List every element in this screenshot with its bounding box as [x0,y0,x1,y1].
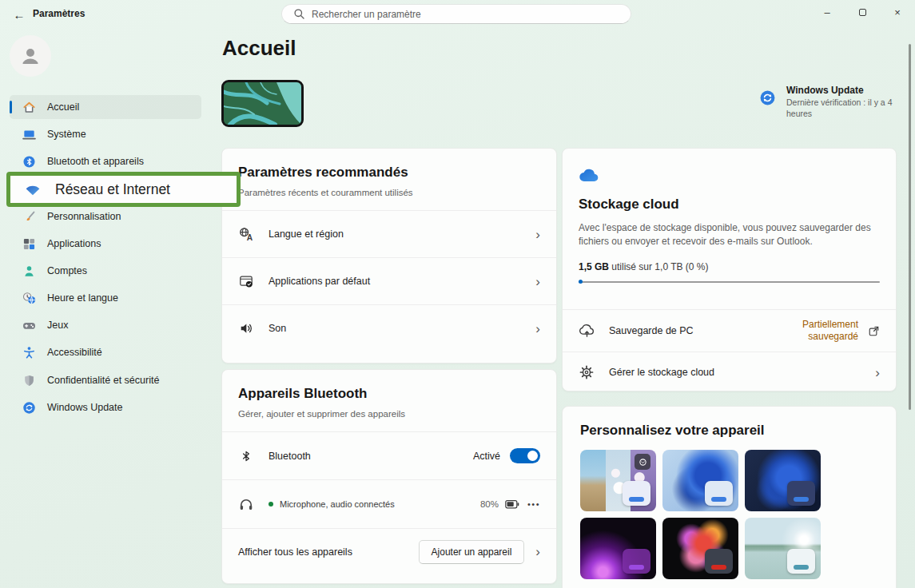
theme-thumbnail-6[interactable] [745,518,821,579]
bluetooth-state-text: Activé [473,451,500,462]
default-apps-icon [238,274,254,288]
home-icon [22,101,36,114]
theme3-preview-card [787,481,815,506]
personalize-card: Personnalisez votre appareil [562,406,897,588]
theme4-preview-card [623,549,650,574]
bluetooth-footer-row[interactable]: Afficher tous les appareils Ajouter un a… [222,528,556,574]
page-title: Accueil [222,36,296,61]
gear-icon [579,365,595,379]
recommended-settings-card: Paramètres recommandés Paramètres récent… [221,148,557,364]
sidebar-item-accueil[interactable]: Accueil [10,95,201,119]
theme2-preview-card [705,481,733,506]
apps-icon [22,237,36,251]
bluetooth-label: Bluetooth [269,451,311,462]
chevron-right-icon: › [535,545,540,558]
recommended-title: Paramètres recommandés [238,165,540,181]
network-wifi-icon [24,182,42,197]
maximize-button[interactable] [845,0,880,24]
battery-percent: 80% [480,499,499,509]
language-region-icon: A [238,227,254,242]
sidebar-item-heure-langue[interactable]: Heure et langue [10,286,201,310]
windows-update-status[interactable]: Windows Update Dernière vérification : i… [759,85,903,119]
theme-thumbnail-3[interactable] [745,450,821,511]
row-applications-par-defaut[interactable]: Applications par défaut › [222,257,556,304]
theme-thumbnail-1[interactable] [580,450,656,511]
manage-cloud-label: Gérer le stockage cloud [609,367,714,378]
personalize-title: Personnalisez votre appareil [563,407,896,439]
accessibility-icon [22,346,36,360]
view-all-devices-link[interactable]: Afficher tous les appareils [238,546,352,558]
avatar[interactable] [10,35,51,77]
maximize-icon [859,9,866,16]
spotlight-icon [635,454,650,470]
sidebar-item-accessibilite[interactable]: Accessibilité [10,340,201,364]
row-langue-et-region[interactable]: A Langue et région › [222,210,556,257]
connected-status-dot [269,502,273,507]
cloud-storage-card: Stockage cloud Avec l'espace de stockage… [562,148,897,391]
bluetooth-icon [22,155,36,169]
chevron-right-icon: › [875,366,880,379]
chevron-right-icon: › [535,322,540,336]
chevron-right-icon: › [535,228,540,241]
user-icon [18,44,42,68]
sidebar-item-reseau-label: Réseau et Internet [55,181,170,198]
theme6-preview-card [787,549,815,574]
add-device-button[interactable]: Ajouter un appareil [419,540,525,564]
device-preview-image [221,80,304,127]
search-icon [293,8,305,20]
theme-thumbnail-4[interactable] [580,518,656,579]
search-box[interactable] [281,4,631,24]
vertical-scrollbar[interactable] [909,44,911,410]
backup-status-text: Partiellement sauvegardé [785,319,858,343]
bluetooth-toggle[interactable] [510,448,540,463]
bluetooth-rune-icon [238,450,254,463]
sidebar-item-comptes[interactable]: Comptes [10,259,201,283]
privacy-shield-icon [22,374,36,387]
sidebar-item-systeme[interactable]: Système [10,122,201,146]
accounts-icon [22,264,36,278]
cloud-backup-icon [579,324,595,339]
manage-cloud-storage-row[interactable]: Gérer le stockage cloud › [563,352,896,391]
cloud-icon [579,166,600,182]
cloud-description: Avec l'espace de stockage disponible, vo… [579,221,882,249]
theme-thumbnail-5[interactable] [662,518,738,579]
storage-progress-fill [579,280,583,284]
sidebar-item-confidentialite[interactable]: Confidentialité et sécurité [10,368,201,392]
theme-thumbnail-2[interactable] [662,450,738,511]
close-button[interactable]: × [880,0,915,24]
sidebar-item-bluetooth[interactable]: Bluetooth et appareils [10,149,201,173]
sidebar-item-jeux[interactable]: Jeux [10,313,201,337]
sound-icon [238,321,254,336]
bluetooth-toggle-row: Bluetooth Activé [222,431,556,479]
storage-progress-bar [579,281,880,283]
sidebar-item-applications[interactable]: Applications [10,232,201,256]
windows-update-status-icon [759,89,776,106]
system-icon [22,128,36,141]
sidebar-item-personnalisation[interactable]: Personnalisation [10,205,201,228]
update-status-title: Windows Update [786,85,900,96]
pc-backup-row[interactable]: Sauvegarde de PC Partiellement sauvegard… [563,309,896,352]
more-options-button[interactable]: ••• [527,499,540,509]
search-input[interactable] [312,9,623,20]
external-link-icon [868,325,880,337]
svg-text:A: A [246,233,253,242]
theme-grid [580,450,878,579]
bluetooth-card-subtitle: Gérer, ajouter et supprimer des appareil… [238,409,540,419]
theme1-preview-card [623,481,650,506]
row-son[interactable]: Son › [222,304,556,352]
pc-backup-label: Sauvegarde de PC [609,325,694,336]
battery-icon [505,499,519,510]
minimize-button[interactable]: – [810,0,845,24]
device-status-text: Microphone, audio connectés [280,499,395,509]
annotation-box-reseau-et-internet[interactable]: Réseau et Internet [6,172,241,207]
headphones-icon [238,495,254,513]
back-button[interactable]: ← [10,6,29,22]
bluetooth-card-title: Appareils Bluetooth [238,386,540,402]
sidebar-item-windows-update[interactable]: Windows Update [10,395,201,419]
personalization-icon [22,210,36,224]
window-controls: – × [810,0,915,24]
recommended-subtitle: Paramètres récents et couramment utilisé… [238,188,540,197]
bluetooth-devices-card: Appareils Bluetooth Gérer, ajouter et su… [221,369,557,584]
theme5-preview-card [705,549,733,574]
bluetooth-device-row[interactable]: Microphone, audio connectés 80% ••• [222,479,556,528]
